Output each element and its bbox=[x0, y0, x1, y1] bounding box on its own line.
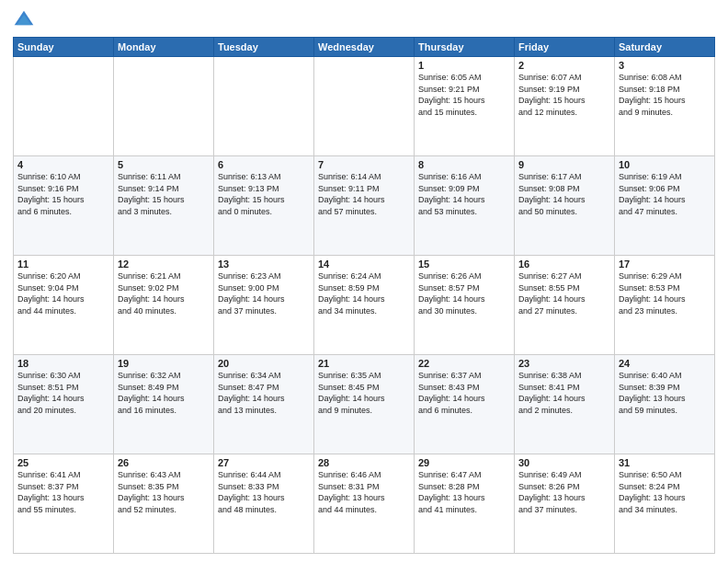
calendar-cell bbox=[14, 57, 114, 156]
weekday-header-row: SundayMondayTuesdayWednesdayThursdayFrid… bbox=[14, 38, 715, 57]
day-number: 25 bbox=[17, 457, 109, 468]
day-info: Sunrise: 6:11 AM Sunset: 9:14 PM Dayligh… bbox=[118, 171, 210, 217]
day-number: 29 bbox=[418, 457, 510, 468]
day-number: 12 bbox=[118, 259, 210, 270]
calendar-cell: 11Sunrise: 6:20 AM Sunset: 9:04 PM Dayli… bbox=[14, 256, 114, 355]
calendar-cell: 10Sunrise: 6:19 AM Sunset: 9:06 PM Dayli… bbox=[615, 156, 715, 256]
day-info: Sunrise: 6:34 AM Sunset: 8:47 PM Dayligh… bbox=[218, 370, 310, 416]
header bbox=[13, 9, 715, 31]
calendar-cell: 3Sunrise: 6:08 AM Sunset: 9:18 PM Daylig… bbox=[615, 57, 715, 156]
day-number: 16 bbox=[518, 259, 610, 270]
calendar-cell bbox=[114, 57, 214, 156]
day-info: Sunrise: 6:46 AM Sunset: 8:31 PM Dayligh… bbox=[318, 469, 410, 515]
day-info: Sunrise: 6:32 AM Sunset: 8:49 PM Dayligh… bbox=[118, 370, 210, 416]
day-number: 22 bbox=[418, 358, 510, 369]
day-number: 4 bbox=[17, 159, 109, 170]
calendar-cell: 31Sunrise: 6:50 AM Sunset: 8:24 PM Dayli… bbox=[615, 454, 715, 554]
day-number: 26 bbox=[118, 457, 210, 468]
calendar-row: 18Sunrise: 6:30 AM Sunset: 8:51 PM Dayli… bbox=[14, 355, 715, 454]
day-info: Sunrise: 6:21 AM Sunset: 9:02 PM Dayligh… bbox=[118, 270, 210, 316]
day-info: Sunrise: 6:37 AM Sunset: 8:43 PM Dayligh… bbox=[418, 370, 510, 416]
calendar-cell: 7Sunrise: 6:14 AM Sunset: 9:11 PM Daylig… bbox=[314, 156, 415, 256]
day-info: Sunrise: 6:35 AM Sunset: 8:45 PM Dayligh… bbox=[318, 370, 410, 416]
day-info: Sunrise: 6:07 AM Sunset: 9:19 PM Dayligh… bbox=[518, 72, 610, 118]
day-number: 10 bbox=[619, 159, 711, 170]
day-number: 18 bbox=[17, 358, 109, 369]
calendar-cell bbox=[314, 57, 415, 156]
calendar-cell: 13Sunrise: 6:23 AM Sunset: 9:00 PM Dayli… bbox=[214, 256, 314, 355]
day-number: 28 bbox=[318, 457, 410, 468]
calendar-cell: 30Sunrise: 6:49 AM Sunset: 8:26 PM Dayli… bbox=[515, 454, 615, 554]
weekday-header-cell: Friday bbox=[515, 38, 615, 57]
calendar-cell: 16Sunrise: 6:27 AM Sunset: 8:55 PM Dayli… bbox=[515, 256, 615, 355]
calendar-cell: 8Sunrise: 6:16 AM Sunset: 9:09 PM Daylig… bbox=[415, 156, 515, 256]
calendar-cell: 2Sunrise: 6:07 AM Sunset: 9:19 PM Daylig… bbox=[515, 57, 615, 156]
day-info: Sunrise: 6:23 AM Sunset: 9:00 PM Dayligh… bbox=[218, 270, 310, 316]
day-info: Sunrise: 6:27 AM Sunset: 8:55 PM Dayligh… bbox=[518, 270, 610, 316]
day-number: 27 bbox=[218, 457, 310, 468]
calendar-body: 1Sunrise: 6:05 AM Sunset: 9:21 PM Daylig… bbox=[14, 57, 715, 554]
page: SundayMondayTuesdayWednesdayThursdayFrid… bbox=[0, 0, 728, 563]
day-info: Sunrise: 6:43 AM Sunset: 8:35 PM Dayligh… bbox=[118, 469, 210, 515]
day-number: 20 bbox=[218, 358, 310, 369]
day-info: Sunrise: 6:10 AM Sunset: 9:16 PM Dayligh… bbox=[17, 171, 109, 217]
day-info: Sunrise: 6:49 AM Sunset: 8:26 PM Dayligh… bbox=[518, 469, 610, 515]
calendar-table: SundayMondayTuesdayWednesdayThursdayFrid… bbox=[13, 37, 715, 554]
calendar-cell: 14Sunrise: 6:24 AM Sunset: 8:59 PM Dayli… bbox=[314, 256, 415, 355]
day-number: 13 bbox=[218, 259, 310, 270]
day-number: 23 bbox=[518, 358, 610, 369]
day-number: 19 bbox=[118, 358, 210, 369]
day-info: Sunrise: 6:13 AM Sunset: 9:13 PM Dayligh… bbox=[218, 171, 310, 217]
day-number: 17 bbox=[619, 259, 711, 270]
day-info: Sunrise: 6:05 AM Sunset: 9:21 PM Dayligh… bbox=[418, 72, 510, 118]
day-number: 24 bbox=[619, 358, 711, 369]
calendar-row: 25Sunrise: 6:41 AM Sunset: 8:37 PM Dayli… bbox=[14, 454, 715, 554]
day-info: Sunrise: 6:19 AM Sunset: 9:06 PM Dayligh… bbox=[619, 171, 711, 217]
calendar-cell: 1Sunrise: 6:05 AM Sunset: 9:21 PM Daylig… bbox=[415, 57, 515, 156]
day-info: Sunrise: 6:40 AM Sunset: 8:39 PM Dayligh… bbox=[619, 370, 711, 416]
day-number: 7 bbox=[318, 159, 410, 170]
day-info: Sunrise: 6:29 AM Sunset: 8:53 PM Dayligh… bbox=[619, 270, 711, 316]
day-number: 5 bbox=[118, 159, 210, 170]
weekday-header-cell: Saturday bbox=[615, 38, 715, 57]
day-number: 15 bbox=[418, 259, 510, 270]
calendar-row: 4Sunrise: 6:10 AM Sunset: 9:16 PM Daylig… bbox=[14, 156, 715, 256]
calendar-cell: 29Sunrise: 6:47 AM Sunset: 8:28 PM Dayli… bbox=[415, 454, 515, 554]
day-info: Sunrise: 6:16 AM Sunset: 9:09 PM Dayligh… bbox=[418, 171, 510, 217]
day-info: Sunrise: 6:50 AM Sunset: 8:24 PM Dayligh… bbox=[619, 469, 711, 515]
calendar-cell: 19Sunrise: 6:32 AM Sunset: 8:49 PM Dayli… bbox=[114, 355, 214, 454]
day-info: Sunrise: 6:44 AM Sunset: 8:33 PM Dayligh… bbox=[218, 469, 310, 515]
day-info: Sunrise: 6:24 AM Sunset: 8:59 PM Dayligh… bbox=[318, 270, 410, 316]
calendar-cell: 23Sunrise: 6:38 AM Sunset: 8:41 PM Dayli… bbox=[515, 355, 615, 454]
calendar-cell: 27Sunrise: 6:44 AM Sunset: 8:33 PM Dayli… bbox=[214, 454, 314, 554]
calendar-cell: 18Sunrise: 6:30 AM Sunset: 8:51 PM Dayli… bbox=[14, 355, 114, 454]
weekday-header-cell: Monday bbox=[114, 38, 214, 57]
day-info: Sunrise: 6:17 AM Sunset: 9:08 PM Dayligh… bbox=[518, 171, 610, 217]
day-info: Sunrise: 6:26 AM Sunset: 8:57 PM Dayligh… bbox=[418, 270, 510, 316]
logo bbox=[13, 9, 39, 31]
day-info: Sunrise: 6:41 AM Sunset: 8:37 PM Dayligh… bbox=[17, 469, 109, 515]
day-number: 9 bbox=[518, 159, 610, 170]
day-number: 21 bbox=[318, 358, 410, 369]
calendar-cell: 15Sunrise: 6:26 AM Sunset: 8:57 PM Dayli… bbox=[415, 256, 515, 355]
calendar-row: 1Sunrise: 6:05 AM Sunset: 9:21 PM Daylig… bbox=[14, 57, 715, 156]
calendar-cell: 26Sunrise: 6:43 AM Sunset: 8:35 PM Dayli… bbox=[114, 454, 214, 554]
day-info: Sunrise: 6:08 AM Sunset: 9:18 PM Dayligh… bbox=[619, 72, 711, 118]
calendar-cell bbox=[214, 57, 314, 156]
weekday-header-cell: Tuesday bbox=[214, 38, 314, 57]
logo-icon bbox=[13, 9, 35, 31]
day-number: 2 bbox=[518, 60, 610, 71]
calendar-cell: 4Sunrise: 6:10 AM Sunset: 9:16 PM Daylig… bbox=[14, 156, 114, 256]
weekday-header-cell: Wednesday bbox=[314, 38, 415, 57]
day-info: Sunrise: 6:20 AM Sunset: 9:04 PM Dayligh… bbox=[17, 270, 109, 316]
day-number: 11 bbox=[17, 259, 109, 270]
day-info: Sunrise: 6:14 AM Sunset: 9:11 PM Dayligh… bbox=[318, 171, 410, 217]
calendar-cell: 20Sunrise: 6:34 AM Sunset: 8:47 PM Dayli… bbox=[214, 355, 314, 454]
day-number: 30 bbox=[518, 457, 610, 468]
day-number: 14 bbox=[318, 259, 410, 270]
calendar-cell: 25Sunrise: 6:41 AM Sunset: 8:37 PM Dayli… bbox=[14, 454, 114, 554]
weekday-header-cell: Sunday bbox=[14, 38, 114, 57]
calendar-cell: 12Sunrise: 6:21 AM Sunset: 9:02 PM Dayli… bbox=[114, 256, 214, 355]
calendar-cell: 24Sunrise: 6:40 AM Sunset: 8:39 PM Dayli… bbox=[615, 355, 715, 454]
day-number: 8 bbox=[418, 159, 510, 170]
